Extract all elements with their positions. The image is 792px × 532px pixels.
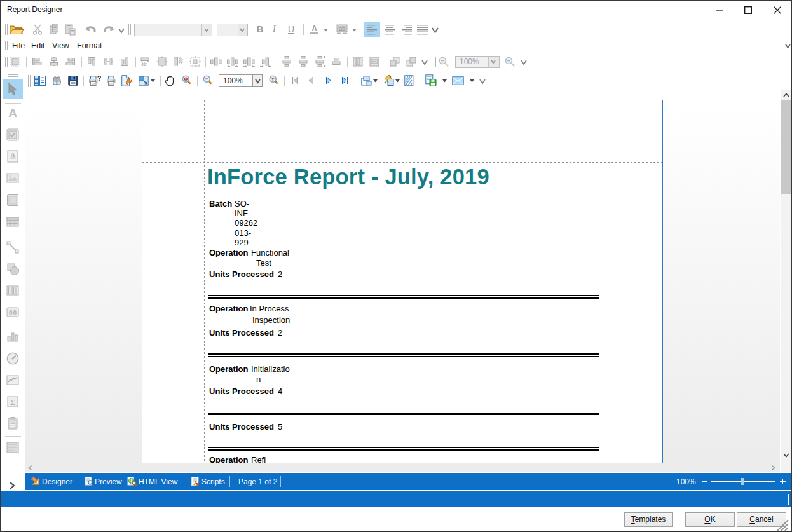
svg-text:A: A: [8, 106, 17, 119]
svg-text:A: A: [311, 24, 317, 33]
svg-text:88: 88: [8, 309, 17, 317]
svg-text:?: ?: [97, 76, 101, 82]
svg-text:Σ: Σ: [10, 397, 15, 407]
svg-text:ab: ab: [339, 25, 345, 32]
